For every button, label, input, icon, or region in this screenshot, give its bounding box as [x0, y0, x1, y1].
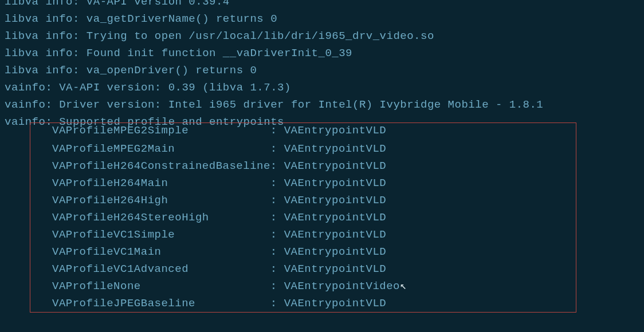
- separator: :: [270, 160, 277, 172]
- entrypoint: VAEntrypointVideo: [277, 280, 400, 293]
- separator: :: [270, 297, 277, 310]
- separator: :: [270, 124, 277, 137]
- entrypoint: VAEntrypointVLD: [277, 143, 386, 155]
- profile-name: VAProfileH264ConstrainedBaseline: [52, 160, 270, 172]
- entrypoint: VAEntrypointVLD: [277, 263, 386, 275]
- profile-name: VAProfileH264High: [52, 194, 270, 207]
- log-line: libva info: VA-API version 0.39.4: [5, 0, 639, 10]
- profile-row: VAProfileH264Main : VAEntrypointVLD: [30, 175, 576, 192]
- separator: :: [270, 177, 277, 189]
- separator: :: [270, 143, 277, 155]
- log-line: vainfo: VA-API version: 0.39 (libva 1.7.…: [5, 79, 639, 96]
- profile-row: VAProfileMPEG2Simple : VAEntrypointVLD: [30, 122, 576, 139]
- cursor-pointer-icon: ↖: [400, 278, 407, 295]
- entrypoint: VAEntrypointVLD: [277, 124, 386, 137]
- profile-row: VAProfileMPEG2Main : VAEntrypointVLD: [30, 140, 576, 157]
- separator: :: [270, 211, 277, 224]
- profile-row: VAProfileH264ConstrainedBaseline: VAEntr…: [30, 157, 576, 175]
- profile-name: VAProfileVC1Advanced: [52, 263, 270, 275]
- profile-name: VAProfileVC1Simple: [52, 228, 270, 241]
- profile-name: VAProfileVC1Main: [52, 246, 270, 258]
- profile-row: VAProfileJPEGBaseline : VAEntrypointVLD: [30, 295, 576, 312]
- profile-row: VAProfileH264StereoHigh : VAEntrypointVL…: [30, 209, 576, 226]
- log-line: vainfo: Driver version: Intel i965 drive…: [5, 96, 639, 113]
- entrypoint: VAEntrypointVLD: [277, 160, 386, 172]
- separator: :: [270, 228, 277, 241]
- log-line: libva info: va_openDriver() returns 0: [5, 62, 639, 79]
- entrypoint: VAEntrypointVLD: [277, 246, 386, 258]
- profile-name: VAProfileH264Main: [52, 177, 270, 189]
- profile-name: VAProfileMPEG2Simple: [52, 124, 270, 137]
- entrypoint: VAEntrypointVLD: [277, 177, 386, 189]
- separator: :: [270, 263, 277, 275]
- profile-name: VAProfileH264StereoHigh: [52, 211, 270, 224]
- profile-row: VAProfileNone : VAEntrypointVideo↖: [30, 278, 576, 295]
- separator: :: [270, 280, 277, 293]
- separator: :: [270, 194, 277, 207]
- separator: :: [270, 246, 277, 258]
- entrypoint: VAEntrypointVLD: [277, 228, 386, 241]
- profile-row: VAProfileVC1Simple : VAEntrypointVLD: [30, 226, 576, 243]
- log-line: libva info: va_getDriverName() returns 0: [5, 10, 639, 27]
- profile-name: VAProfileNone: [52, 280, 270, 293]
- profile-name: VAProfileJPEGBaseline: [52, 297, 270, 310]
- profile-row: VAProfileVC1Main : VAEntrypointVLD: [30, 243, 576, 260]
- entrypoint: VAEntrypointVLD: [277, 211, 386, 224]
- profile-name: VAProfileMPEG2Main: [52, 143, 270, 155]
- terminal-output: error: can't connect to X server! libva …: [0, 0, 644, 313]
- log-line: libva info: Found init function __vaDriv…: [5, 45, 639, 62]
- highlighted-region: VAProfileMPEG2Simple : VAEntrypointVLD V…: [30, 122, 576, 313]
- profile-row: VAProfileVC1Advanced : VAEntrypointVLD: [30, 260, 576, 278]
- entrypoint: VAEntrypointVLD: [277, 194, 386, 207]
- log-line: libva info: Trying to open /usr/local/li…: [5, 27, 639, 45]
- profile-row: VAProfileH264High : VAEntrypointVLD: [30, 192, 576, 209]
- entrypoint: VAEntrypointVLD: [277, 297, 386, 310]
